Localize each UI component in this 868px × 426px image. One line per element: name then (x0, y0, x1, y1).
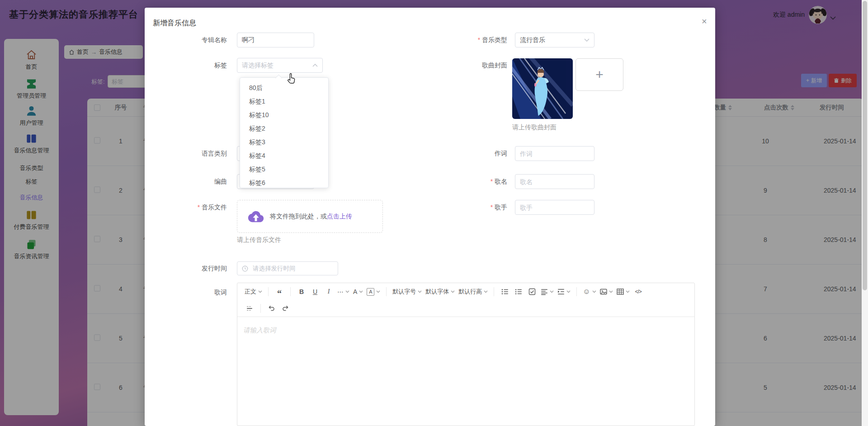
dropzone-text: 将文件拖到此处，或 (270, 213, 327, 220)
plus-icon: + (595, 67, 604, 82)
release-date-label: 发行时间 (173, 261, 227, 276)
chevron-down-icon (258, 290, 262, 293)
scrollbar[interactable] (862, 0, 868, 426)
bg-color-dropdown[interactable]: A (365, 286, 382, 298)
chevron-down-icon (451, 290, 455, 293)
font-family-dropdown[interactable]: 默认字体 (424, 286, 457, 298)
table-dropdown[interactable] (615, 286, 632, 298)
lyrics-content-area[interactable]: 请输入歌词 (237, 317, 694, 419)
undo-icon[interactable] (265, 303, 278, 314)
cover-tip: 请上传歌曲封面 (512, 123, 557, 132)
chevron-down-icon (345, 290, 349, 293)
lyricist-input[interactable] (515, 146, 594, 161)
dropdown-option[interactable]: 标签3 (240, 135, 328, 149)
font-size-dropdown[interactable]: 默认字号 (391, 286, 424, 298)
scrollbar-thumb[interactable] (863, 1, 867, 290)
chevron-down-icon (359, 290, 363, 293)
app-screen: 基于分类算法的音乐推荐平台 欢迎 admin 首页 (0, 0, 868, 426)
album-label: 专辑名称 (173, 33, 227, 47)
dropdown-option[interactable]: 标签10 (240, 108, 328, 122)
singer-input[interactable] (515, 200, 594, 215)
cover-label: 歌曲封面 (453, 58, 507, 73)
editor-toolbar-row-1: 正文 “ B U I ⋯ A A (237, 283, 694, 300)
divider-line-icon[interactable] (243, 303, 256, 314)
arranger-label: 编曲 (173, 174, 227, 189)
more-styles-dropdown[interactable]: ⋯ (335, 286, 351, 298)
dropdown-option[interactable]: 标签6 (240, 176, 328, 189)
chevron-down-icon (609, 290, 613, 293)
underline-icon[interactable]: U (308, 286, 322, 298)
chevron-down-icon (418, 290, 422, 293)
align-dropdown[interactable] (539, 286, 556, 298)
dropdown-option[interactable]: 标签5 (240, 162, 328, 176)
music-type-select[interactable]: 流行音乐 (515, 33, 594, 47)
chevron-down-icon (626, 290, 630, 293)
dropdown-option[interactable]: 80后 (240, 81, 328, 95)
music-type-label: 音乐类型 (453, 33, 507, 47)
line-height-dropdown[interactable]: 默认行高 (457, 286, 490, 298)
music-file-label: 音乐文件 (173, 200, 227, 215)
tag-select[interactable]: 请选择标签 (237, 58, 323, 73)
clock-icon (242, 265, 248, 272)
chevron-down-icon (566, 290, 571, 293)
language-label: 语言类别 (173, 146, 227, 161)
tag-dropdown: 80后 标签1 标签10 标签2 标签3 标签4 标签5 标签6 (240, 77, 329, 188)
music-file-dropzone[interactable]: 将文件拖到此处，或点击上传 (237, 200, 383, 233)
blockquote-icon[interactable]: “ (273, 284, 286, 299)
chevron-down-icon (484, 290, 488, 293)
click-upload-link[interactable]: 点击上传 (327, 213, 352, 220)
chevron-down-icon (550, 290, 554, 293)
dropdown-option[interactable]: 标签1 (240, 95, 328, 108)
chevron-down-icon (592, 290, 596, 293)
emoji-dropdown[interactable]: ☺ (581, 286, 598, 298)
music-file-tip: 请上传音乐文件 (237, 236, 281, 244)
dropdown-option[interactable]: 标签4 (240, 149, 328, 162)
chevron-down-icon (584, 38, 590, 42)
cover-image[interactable] (512, 58, 573, 119)
image-dropdown[interactable] (598, 286, 615, 298)
cover-photo (512, 58, 573, 119)
lyrics-label: 歌词 (173, 285, 227, 300)
font-color-dropdown[interactable]: A (351, 286, 365, 298)
chevron-up-icon (312, 64, 318, 67)
italic-icon[interactable]: I (322, 286, 335, 298)
add-music-dialog: 新增音乐信息 × 专辑名称 音乐类型 流行音乐 标签 请选择标签 歌曲封面 (145, 8, 715, 426)
singer-label: 歌手 (453, 200, 507, 215)
mouse-cursor-hand-icon (287, 72, 297, 87)
tag-label: 标签 (173, 58, 227, 73)
bold-icon[interactable]: B (295, 286, 308, 298)
paragraph-style-dropdown[interactable]: 正文 (243, 286, 264, 298)
todo-list-icon[interactable] (525, 286, 539, 298)
release-date-picker[interactable]: 请选择发行时间 (237, 261, 338, 275)
album-input[interactable] (237, 33, 314, 47)
cloud-upload-icon (247, 208, 264, 225)
lyrics-editor: 正文 “ B U I ⋯ A A (237, 283, 695, 426)
cover-upload-box[interactable]: + (576, 58, 623, 91)
editor-toolbar-row-2 (237, 300, 694, 317)
redo-icon[interactable] (278, 303, 292, 314)
lyrics-placeholder: 请输入歌词 (243, 326, 276, 335)
song-name-label: 歌名 (453, 174, 507, 189)
dialog-title: 新增音乐信息 (153, 19, 196, 28)
song-name-input[interactable] (515, 174, 594, 189)
close-icon[interactable]: × (702, 17, 707, 26)
indent-dropdown[interactable] (556, 286, 572, 298)
ordered-list-icon[interactable] (512, 286, 525, 298)
chevron-down-icon (376, 290, 380, 293)
lyricist-label: 作词 (453, 146, 507, 161)
dropdown-option[interactable]: 标签2 (240, 122, 328, 135)
bullet-list-icon[interactable] (498, 286, 512, 298)
code-icon[interactable]: </> (632, 286, 645, 298)
